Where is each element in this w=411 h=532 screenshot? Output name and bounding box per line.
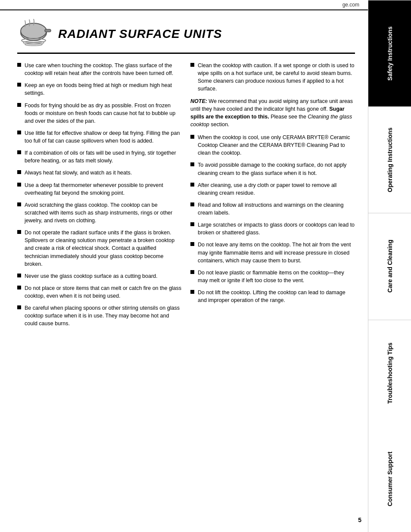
- list-item: Do not place or store items that can mel…: [17, 284, 182, 300]
- list-item: Clean the cooktop with caution. If a wet…: [190, 62, 355, 93]
- bullet-text: Avoid scratching the glass cooktop. The …: [25, 201, 182, 224]
- sidebar-operating-label: Operating Instructions: [386, 128, 393, 192]
- bullet-text: Foods for frying should be as dry as pos…: [25, 102, 182, 125]
- list-item: Be careful when placing spoons or other …: [17, 304, 182, 327]
- bullet-icon: [190, 162, 194, 166]
- bullet-icon: [17, 183, 21, 187]
- pan-icon: [17, 19, 52, 49]
- bullet-icon: [190, 63, 194, 67]
- page-title: RADIANT SURFACE UNITS: [58, 27, 222, 41]
- list-item: Do not operate the radiant surface units…: [17, 229, 182, 268]
- sidebar-troubleshooting-label: Troubleshooting Tips: [386, 342, 393, 404]
- bullet-text: Use little fat for effective shallow or …: [25, 129, 182, 145]
- sidebar-consumer-label: Consumer Support: [386, 452, 393, 507]
- bullet-icon: [17, 170, 21, 174]
- bullet-text: Do not leave plastic or flammable items …: [198, 269, 355, 284]
- list-item: Never use the glass cooktop surface as a…: [17, 272, 182, 280]
- list-item: Use little fat for effective shallow or …: [17, 129, 182, 145]
- bullet-text: Use care when touching the cooktop. The …: [25, 62, 182, 77]
- svg-point-1: [21, 23, 47, 39]
- right-sidebar: Safety Instructions Operating Instructio…: [368, 0, 411, 532]
- bullet-icon: [17, 202, 21, 206]
- bullet-text: Do not place or store items that can mel…: [25, 284, 182, 300]
- bullet-text: Do not lift the cooktop. Lifting the coo…: [198, 289, 355, 304]
- list-item: Read and follow all instructions and war…: [190, 201, 355, 217]
- note-italic-part: Please see the: [269, 114, 308, 120]
- bullet-icon: [17, 274, 21, 277]
- list-item: To avoid possible damage to the cooking …: [190, 161, 355, 177]
- note-label: NOTE:: [190, 98, 207, 104]
- list-item: Use care when touching the cooktop. The …: [17, 62, 182, 77]
- bullet-icon: [17, 305, 21, 309]
- bullet-icon: [190, 135, 194, 139]
- top-bar: ge.com: [0, 0, 411, 10]
- list-item: Foods for frying should be as dry as pos…: [17, 102, 182, 125]
- bullet-text: Do not operate the radiant surface units…: [25, 229, 182, 268]
- list-item: Keep an eye on foods being fried at high…: [17, 81, 182, 97]
- svg-rect-2: [45, 29, 51, 32]
- list-item: Do not leave plastic or flammable items …: [190, 269, 355, 284]
- list-item: Large scratches or impacts to glass door…: [190, 221, 355, 236]
- bullet-text: Do not leave any items on the cooktop. T…: [198, 241, 355, 264]
- right-column: Clean the cooktop with caution. If a wet…: [190, 62, 355, 332]
- list-item: After cleaning, use a dry cloth or paper…: [190, 181, 355, 197]
- list-item: Avoid scratching the glass cooktop. The …: [17, 201, 182, 224]
- bullet-icon: [17, 230, 21, 234]
- bullet-icon: [17, 83, 21, 87]
- bullet-icon: [17, 63, 21, 67]
- bullet-text: Keep an eye on foods being fried at high…: [25, 81, 182, 97]
- bullet-icon: [17, 103, 21, 107]
- list-item: Do not leave any items on the cooktop. T…: [190, 241, 355, 264]
- left-column: Use care when touching the cooktop. The …: [17, 62, 182, 332]
- bullet-text: Use a deep fat thermometer whenever poss…: [25, 181, 182, 197]
- bullet-text: When the cooktop is cool, use only CERAM…: [198, 134, 355, 157]
- bullet-icon: [190, 242, 194, 246]
- sidebar-care-label: Care and Cleaning: [386, 240, 393, 293]
- bullet-text: Clean the cooktop with caution. If a wet…: [198, 62, 355, 93]
- bullet-icon: [17, 131, 21, 134]
- bullet-text: To avoid possible damage to the cooking …: [198, 161, 355, 177]
- list-item: Do not lift the cooktop. Lifting the coo…: [190, 289, 355, 304]
- bullet-text: Always heat fat slowly, and watch as it …: [25, 169, 132, 177]
- list-item: Use a deep fat thermometer whenever poss…: [17, 181, 182, 197]
- bullet-text: After cleaning, use a dry cloth or paper…: [198, 181, 355, 197]
- bullet-text: Never use the glass cooktop surface as a…: [25, 272, 158, 280]
- note-end: section.: [209, 121, 230, 128]
- bullet-icon: [190, 202, 194, 206]
- bullet-text: Large scratches or impacts to glass door…: [198, 221, 355, 236]
- sidebar-safety-label: Safety Instructions: [386, 26, 393, 81]
- bullet-icon: [190, 270, 194, 274]
- bullet-text: If a combination of oils or fats will be…: [25, 149, 182, 165]
- sidebar-item-care[interactable]: Care and Cleaning: [368, 213, 411, 319]
- bullet-text: Read and follow all instructions and war…: [198, 201, 355, 217]
- sidebar-item-troubleshooting[interactable]: Troubleshooting Tips: [368, 320, 411, 426]
- bullet-icon: [17, 150, 21, 154]
- bullet-icon: [17, 286, 21, 289]
- note-block: NOTE: We recommend that you avoid wiping…: [190, 97, 355, 129]
- sidebar-item-safety[interactable]: Safety Instructions: [368, 0, 411, 106]
- bullet-icon: [190, 290, 194, 294]
- title-section: RADIANT SURFACE UNITS: [17, 19, 355, 54]
- bullet-text: Be careful when placing spoons or other …: [25, 304, 182, 327]
- page-number: 5: [358, 516, 361, 523]
- main-content: RADIANT SURFACE UNITS Use care when touc…: [0, 10, 368, 349]
- content-columns: Use care when touching the cooktop. The …: [17, 62, 355, 332]
- sidebar-item-consumer[interactable]: Consumer Support: [368, 426, 411, 532]
- page-wrapper: ge.com Safety Instructions Operating Ins…: [0, 0, 411, 532]
- bullet-icon: [190, 183, 194, 187]
- sidebar-item-operating[interactable]: Operating Instructions: [368, 106, 411, 213]
- bullet-icon: [190, 222, 194, 226]
- website-label: ge.com: [342, 2, 359, 8]
- note-text: We recommend that you avoid wiping any s…: [190, 98, 353, 112]
- list-item: Always heat fat slowly, and watch as it …: [17, 169, 182, 177]
- list-item: When the cooktop is cool, use only CERAM…: [190, 134, 355, 157]
- list-item: If a combination of oils or fats will be…: [17, 149, 182, 165]
